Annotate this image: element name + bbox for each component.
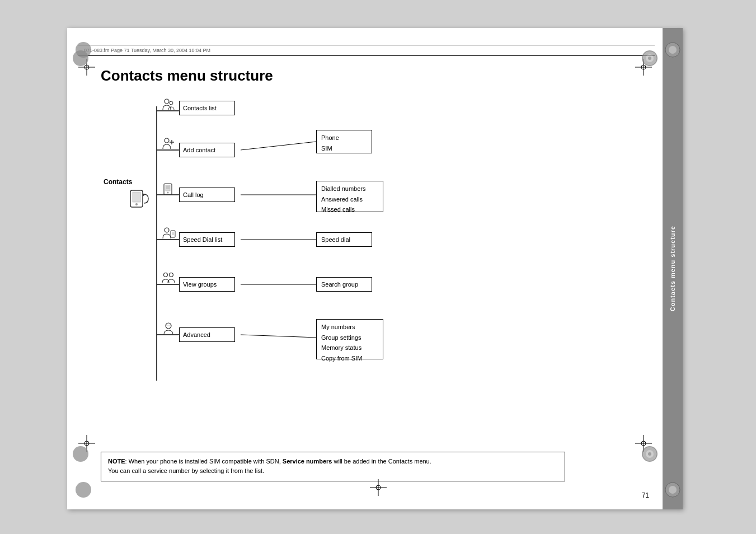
svg-point-35 (170, 101, 173, 105)
svg-point-55 (669, 46, 677, 54)
outer-corner-circle-tr (665, 42, 680, 58)
sidebar-tab: Contacts menu structure (663, 28, 683, 509)
page-title: Contacts menu structure (101, 67, 273, 85)
note-text: : When your phone is installed SIM compa… (125, 458, 283, 465)
submenu-call-log: Dialled numbers Answered calls Missed ca… (316, 181, 383, 212)
submenu-search-group: Search group (316, 277, 372, 292)
submenu-group-settings: Group settings (321, 332, 378, 343)
svg-rect-46 (171, 231, 175, 237)
submenu-advanced: My numbers Group settings Memory status … (316, 319, 383, 359)
view-groups-icon (161, 271, 176, 285)
svg-point-51 (170, 273, 173, 277)
outer-corner-circle-br (665, 482, 680, 498)
svg-line-29 (241, 142, 316, 150)
contacts-phone-icon (126, 182, 154, 210)
menu-item-speed-dial: Speed Dial list (179, 232, 235, 247)
outer-corner-circle-tl (76, 42, 91, 58)
menu-item-add-contact: Add contact (179, 143, 235, 157)
note-bold-text: Service numbers (283, 458, 332, 465)
menu-item-view-groups: View groups (179, 277, 235, 292)
page-number: 71 (642, 491, 649, 499)
submenu-memory-status: Memory status (321, 343, 378, 353)
submenu-missed: Missed calls (321, 204, 378, 215)
contacts-list-icon (161, 97, 176, 112)
submenu-phone-sim: Phone SIM (316, 130, 372, 153)
diagram-container: Contacts (101, 90, 604, 403)
submenu-sim: SIM (321, 143, 367, 154)
svg-line-33 (241, 335, 316, 338)
svg-point-17 (648, 452, 651, 456)
header-bar-text: 071-083.fm Page 71 Tuesday, March 30, 20… (78, 48, 210, 53)
svg-point-14 (648, 57, 651, 60)
note-box: NOTE: When your phone is installed SIM c… (101, 452, 565, 481)
corner-circle-br (642, 446, 658, 462)
svg-marker-21 (143, 193, 145, 196)
menu-item-call-log: Call log (179, 188, 235, 202)
page-content: Contacts menu structure 071-083.fm Page … (67, 28, 683, 509)
submenu-my-numbers: My numbers (321, 322, 378, 332)
call-log-icon (161, 181, 176, 196)
sidebar-tab-label: Contacts menu structure (669, 226, 676, 311)
svg-point-34 (165, 99, 169, 104)
submenu-phone: Phone (321, 133, 367, 143)
svg-point-45 (165, 228, 169, 232)
outer-corner-circle-bl (76, 482, 91, 498)
svg-point-57 (669, 486, 677, 494)
menu-item-advanced: Advanced (179, 327, 235, 342)
submenu-speed-dial: Speed dial (316, 232, 372, 247)
speed-dial-icon (161, 226, 176, 241)
corner-circle-bl (73, 446, 88, 462)
bottom-center-crosshair (370, 479, 387, 498)
svg-point-41 (167, 192, 169, 194)
header-bar: 071-083.fm Page 71 Tuesday, March 30, 20… (78, 45, 655, 56)
menu-item-contacts-list: Contacts list (179, 101, 235, 115)
svg-point-36 (165, 138, 169, 143)
svg-rect-40 (166, 185, 170, 191)
submenu-copy-from-sim: Copy from SIM (321, 353, 378, 364)
svg-point-50 (164, 273, 168, 277)
svg-point-20 (135, 203, 138, 205)
advanced-icon (161, 321, 176, 336)
corner-circle-tr (642, 50, 658, 66)
submenu-answered: Answered calls (321, 194, 378, 205)
note-label: NOTE (108, 458, 125, 465)
svg-rect-19 (133, 192, 140, 202)
add-contact-icon (161, 137, 176, 151)
submenu-dialled: Dialled numbers (321, 184, 378, 194)
